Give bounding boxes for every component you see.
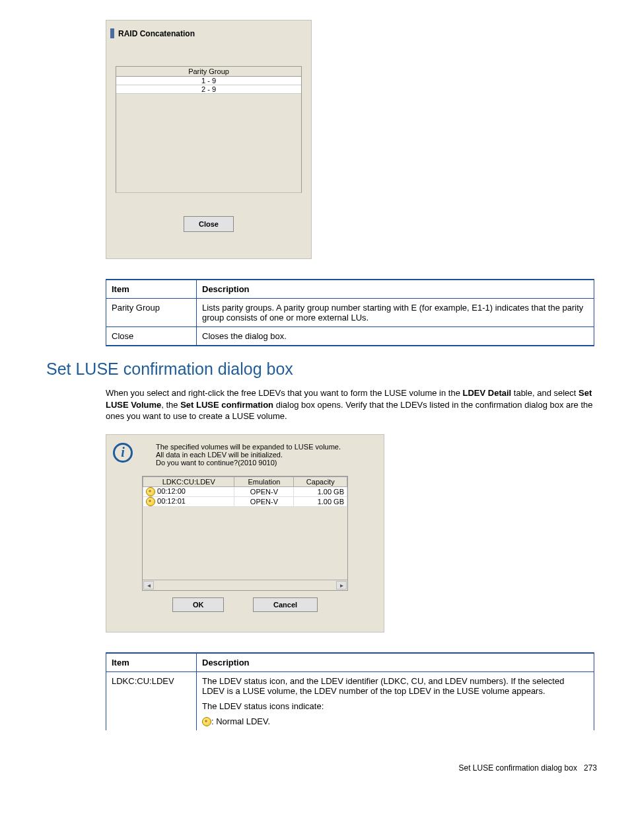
table-row: Parity Group Lists parity groups. A pari… <box>106 299 594 327</box>
col-description: Description <box>197 653 594 672</box>
page-footer: Set LUSE confirmation dialog box 273 <box>33 763 597 773</box>
dialog-title-row: RAID Concatenation <box>106 27 311 40</box>
col-item: Item <box>106 653 197 672</box>
table-row[interactable]: 00:12:01 OPEN-V 1.00 GB <box>143 496 347 506</box>
parity-table-header: Parity Group <box>116 67 301 77</box>
col-description: Description <box>197 280 594 299</box>
col-emulation[interactable]: Emulation <box>234 477 294 486</box>
parity-row[interactable]: 2 - 9 <box>116 85 301 94</box>
ldev-status-normal-icon <box>202 717 211 726</box>
ldev-status-icon <box>146 497 155 506</box>
col-ldkc[interactable]: LDKC:CU:LDEV <box>143 477 234 486</box>
raid-description-table: Item Description Parity Group Lists pari… <box>106 279 594 346</box>
dialog-title: RAID Concatenation <box>118 29 195 38</box>
ldev-status-icon <box>146 487 155 496</box>
parity-row[interactable]: 1 - 9 <box>116 77 301 85</box>
table-empty-area <box>143 507 347 580</box>
dialog-message: The specified volumes will be expanded t… <box>156 443 341 467</box>
ldev-table-container: LDKC:CU:LDEV Emulation Capacity 00:12:00… <box>142 476 348 591</box>
info-icon: i <box>113 443 133 463</box>
scroll-right-icon[interactable]: ▸ <box>336 581 347 590</box>
ok-button[interactable]: OK <box>172 597 225 612</box>
raid-concatenation-dialog: RAID Concatenation Parity Group 1 - 9 2 … <box>106 20 312 259</box>
table-row: Close Closes the dialog box. <box>106 327 594 346</box>
col-item: Item <box>106 280 197 299</box>
luse-confirmation-dialog: i The specified volumes will be expanded… <box>106 434 384 632</box>
table-row[interactable]: 00:12:00 OPEN-V 1.00 GB <box>143 486 347 496</box>
table-row: LDKC:CU:LDEV The LDEV status icon, and t… <box>106 671 594 730</box>
luse-description-table: Item Description LDKC:CU:LDEV The LDEV s… <box>106 652 594 731</box>
title-bar-accent <box>110 28 114 38</box>
col-capacity[interactable]: Capacity <box>294 477 347 486</box>
horizontal-scrollbar[interactable]: ◂ ▸ <box>143 580 347 590</box>
ldev-table: LDKC:CU:LDEV Emulation Capacity 00:12:00… <box>143 477 347 507</box>
scroll-left-icon[interactable]: ◂ <box>143 581 154 590</box>
parity-group-table: Parity Group 1 - 9 2 - 9 <box>116 66 302 193</box>
cancel-button[interactable]: Cancel <box>253 597 318 612</box>
section-heading: Set LUSE confirmation dialog box <box>46 360 597 379</box>
close-button[interactable]: Close <box>184 216 234 232</box>
section-body: When you select and right-click the free… <box>106 387 594 422</box>
